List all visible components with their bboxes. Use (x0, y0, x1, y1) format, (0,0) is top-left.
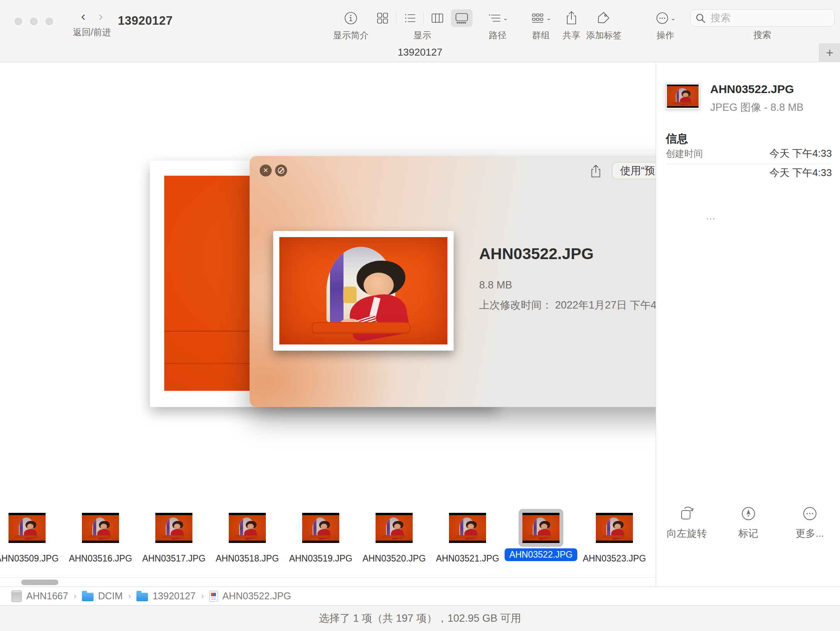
more-button[interactable]: 更多... (781, 504, 839, 540)
thumbnail-item[interactable]: AHN03509.JPG (0, 509, 64, 565)
path-label: 路径 (489, 29, 507, 41)
path-segment-folder[interactable]: DCIM (82, 590, 123, 602)
finder-window: ‹ › 返回/前进 13920127 显示简介 (0, 0, 840, 631)
thumbnail-label: AHN03519.JPG (284, 552, 357, 565)
thumbnail-item[interactable]: AHN03521.JPG (431, 509, 504, 565)
tags-group: 添加标签 (580, 8, 628, 41)
quick-look-file-size: 8.8 MB (479, 279, 656, 291)
zoom-window-button[interactable] (46, 18, 53, 25)
search-input[interactable] (710, 12, 818, 24)
quick-look-metadata: AHN03522.JPG 8.8 MB 上次修改时间： 2022年1月27日 下… (479, 245, 656, 312)
group-menu-group: ⌄ 群组 (521, 8, 561, 41)
list-view-icon (403, 11, 417, 25)
back-button[interactable]: ‹ (81, 9, 85, 22)
thumbnail-label: AHN03517.JPG (138, 552, 210, 565)
horizontal-scrollbar-thumb[interactable] (21, 580, 58, 585)
chevron-down-icon: ⌄ (546, 15, 551, 22)
action-menu-group: ⌄ 操作 (644, 8, 686, 41)
ellipsis-circle-icon (655, 10, 670, 26)
minimize-window-button[interactable] (30, 18, 37, 25)
tab-bar: 13920127 + (0, 43, 840, 62)
markup-button[interactable]: 标记 (719, 504, 777, 540)
thumbnail-image (302, 513, 339, 543)
quick-look-close-button[interactable]: ✕ (260, 165, 272, 176)
path-segment-label: AHN1667 (26, 590, 68, 602)
quick-look-fullscreen-button[interactable] (275, 165, 287, 176)
disk-icon (12, 590, 22, 602)
traffic-lights (15, 18, 53, 25)
image-file-icon (209, 591, 218, 602)
rotate-left-button[interactable]: 向左旋转 (658, 504, 716, 540)
thumbnail-label: AHN03521.JPG (431, 552, 504, 565)
search-group: 搜索 (690, 9, 835, 41)
main-area: ✕ 使用“预览”打开 AHN03 (0, 63, 840, 587)
info-icon (343, 10, 359, 26)
back-forward-group: ‹ › 返回/前进 (69, 9, 115, 38)
quick-look-file-name: AHN03522.JPG (479, 245, 656, 263)
thumbnail-item[interactable]: AHN03520.JPG (357, 509, 431, 565)
view-grid-button[interactable] (372, 9, 393, 27)
thumbnail-label: AHN03518.JPG (211, 552, 284, 565)
thumbnail-image (9, 513, 46, 543)
thumbnail-label: AHN03523.JPG (578, 552, 651, 565)
thumbnail-image (522, 513, 559, 543)
view-gallery-button[interactable] (451, 9, 473, 27)
search-icon (695, 13, 706, 24)
info-row-value: 今天 下午4:33 (769, 166, 832, 180)
new-tab-button[interactable]: + (819, 43, 840, 62)
thumbnail-item[interactable]: AHN03517.JPG (137, 509, 211, 565)
thumbnail-item[interactable]: AHN03516.JPG (64, 509, 137, 565)
forward-button[interactable]: › (99, 9, 103, 22)
truncation-ellipsis: … (706, 210, 716, 222)
grid-view-icon (375, 11, 390, 25)
sidebar-file-meta: JPEG 图像 - 8.8 MB (710, 100, 804, 114)
sidebar-info-row: 创建时间 今天 下午4:33 (666, 147, 832, 160)
share-button[interactable] (561, 9, 582, 27)
path-menu-button[interactable]: ⌄ (484, 9, 511, 27)
thumbnail-item[interactable]: AHN03523.JPG (578, 509, 651, 565)
tag-icon (596, 10, 612, 26)
back-forward-label: 返回/前进 (69, 26, 115, 38)
folder-icon (136, 593, 148, 601)
view-columns-button[interactable] (427, 9, 448, 27)
add-tags-label: 添加标签 (586, 29, 622, 41)
group-menu-button[interactable]: ⌄ (527, 9, 554, 27)
path-segment-volume[interactable]: AHN1667 (12, 590, 68, 602)
quick-look-share-button[interactable] (589, 163, 603, 181)
markup-label: 标记 (738, 527, 758, 540)
thumbnail-item[interactable]: AHN03519.JPG (284, 509, 357, 565)
quick-look-image-frame (273, 231, 454, 351)
view-list-button[interactable] (400, 9, 420, 27)
divider (666, 164, 832, 164)
search-label: 搜索 (690, 29, 835, 41)
path-menu-group: ⌄ 路径 (476, 8, 519, 41)
path-segment-file[interactable]: AHN03522.JPG (209, 590, 291, 602)
get-info-group: 显示简介 (329, 8, 372, 41)
markup-pen-icon (739, 504, 758, 523)
open-with-preview-button[interactable]: 使用“预览”打开 (612, 162, 656, 179)
path-segment-folder[interactable]: 13920127 (136, 590, 196, 602)
search-field[interactable] (690, 9, 835, 27)
quick-look-image (279, 237, 447, 344)
thumbnail-item-selected[interactable]: AHN03522.JPG (504, 509, 578, 565)
share-label: 共享 (563, 29, 580, 41)
rotate-left-label: 向左旋转 (667, 527, 707, 540)
quick-look-modified-date: 上次修改时间： 2022年1月27日 下午4:33:20 (479, 298, 656, 312)
gallery-view-icon (454, 11, 469, 25)
thumbnail-label: AHN03520.JPG (358, 552, 430, 565)
path-segment-label: AHN03522.JPG (223, 590, 291, 602)
chevron-right-icon: › (128, 591, 131, 601)
add-tags-button[interactable] (593, 9, 615, 27)
path-icon (487, 11, 502, 25)
more-ellipsis-icon (801, 504, 819, 523)
info-row-label: 创建时间 (666, 148, 703, 160)
thumbnail-image (449, 513, 486, 543)
thumbnail-item[interactable]: AHN03518.JPG (211, 509, 284, 565)
view-switcher-group: 显示 (372, 8, 473, 41)
get-info-button[interactable] (340, 9, 362, 27)
close-window-button[interactable] (15, 18, 22, 25)
preview-sidebar: AHN03522.JPG JPEG 图像 - 8.8 MB 信息 创建时间 今天… (656, 63, 840, 587)
current-folder-tab[interactable]: 13920127 (0, 43, 840, 62)
action-menu-button[interactable]: ⌄ (651, 9, 679, 27)
view-separator (423, 12, 424, 24)
